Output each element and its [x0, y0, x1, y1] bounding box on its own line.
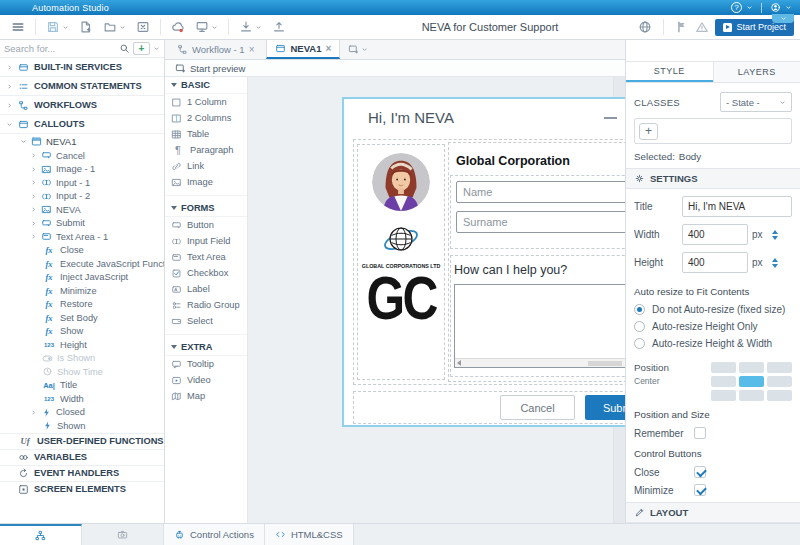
client-connection-button[interactable]	[190, 16, 223, 38]
layout-section-header[interactable]: LAYOUT	[626, 502, 800, 523]
help-textarea[interactable]	[454, 284, 642, 368]
import-button[interactable]	[234, 16, 267, 38]
menu-button[interactable]	[6, 16, 30, 38]
tree-item-close-function[interactable]: Close	[0, 244, 164, 258]
radio-no-autoresize[interactable]: Do not Auto-resize (fixed size)	[626, 301, 800, 318]
sidebar-section-event-handlers[interactable]: EVENT HANDLERS	[0, 465, 164, 481]
palette-item-image[interactable]: Image	[165, 174, 247, 190]
tree-item-is-shown-property[interactable]: Is Shown	[0, 352, 164, 366]
tree-item-width-property[interactable]: Width	[0, 392, 164, 406]
surname-input[interactable]	[456, 211, 642, 233]
close-tab-icon[interactable]	[249, 44, 255, 55]
tab-layers[interactable]: LAYERS	[713, 62, 800, 82]
save-button[interactable]	[41, 16, 74, 38]
remember-checkbox[interactable]	[694, 427, 706, 439]
settings-section-header[interactable]: SETTINGS	[626, 168, 800, 189]
cancel-button[interactable]: Cancel	[500, 395, 575, 420]
add-class-button[interactable]: +	[639, 123, 658, 140]
palette-item-label[interactable]: Label	[165, 281, 247, 297]
neva-avatar-image[interactable]	[372, 153, 430, 211]
sidebar-section-callouts[interactable]: CALLOUTS	[0, 115, 164, 134]
palette-item-1-column[interactable]: 1 Column	[165, 94, 247, 110]
tree-item-neva1[interactable]: NEVA1	[0, 134, 164, 149]
position-cell-top-left[interactable]	[711, 362, 736, 373]
tree-item-shown-event[interactable]: Shown	[0, 419, 164, 433]
minimize-checkbox[interactable]	[694, 484, 706, 496]
sidebar-section-common-statements[interactable]: COMMON STATEMENTS	[0, 77, 164, 96]
tree-item-height-property[interactable]: Height	[0, 338, 164, 352]
palette-item-video[interactable]: Video	[165, 372, 247, 388]
tree-item-cancel[interactable]: Cancel	[0, 149, 164, 163]
warnings-icon[interactable]	[695, 20, 709, 34]
sidebar-section-built-in-services[interactable]: BUILT-IN SERVICES	[0, 58, 164, 77]
palette-item-select[interactable]: Select	[165, 313, 247, 329]
sidebar-section-screen-elements[interactable]: SCREEN ELEMENTS	[0, 481, 164, 497]
tree-item-input-1[interactable]: Input - 1	[0, 176, 164, 190]
palette-item-2-columns[interactable]: 2 Columns	[165, 110, 247, 126]
position-cell-middle-right[interactable]	[767, 376, 792, 387]
position-cell-top-right[interactable]	[767, 362, 792, 373]
title-field-input[interactable]	[682, 196, 792, 217]
tree-item-execute-js-function[interactable]: Execute JavaScript Function	[0, 257, 164, 271]
chevron-down-icon[interactable]	[746, 4, 753, 11]
help-icon[interactable]	[731, 2, 742, 13]
tree-item-text-area-1[interactable]: Text Area - 1	[0, 230, 164, 244]
open-project-button[interactable]	[98, 16, 131, 38]
palette-item-tooltip[interactable]: Tooltip	[165, 356, 247, 372]
tree-item-title-property[interactable]: Title	[0, 379, 164, 393]
palette-item-button[interactable]: Button	[165, 217, 247, 233]
tree-item-submit[interactable]: Submit	[0, 217, 164, 231]
width-field-input[interactable]	[682, 224, 748, 245]
palette-section-extra[interactable]: EXTRA	[165, 339, 247, 356]
chevron-down-icon[interactable]	[153, 45, 160, 52]
palette-item-link[interactable]: Link	[165, 158, 247, 174]
width-stepper[interactable]	[770, 230, 780, 240]
image-column-region[interactable]: GLOBAL CORPORATIONS LTD GC	[357, 144, 445, 380]
design-canvas[interactable]: Hi, I'm NEVA	[248, 77, 625, 523]
neva-dialog-preview[interactable]: Hi, I'm NEVA	[342, 97, 664, 427]
position-cell-bottom-center[interactable]	[739, 390, 764, 401]
horizontal-scrollbar[interactable]	[455, 358, 631, 367]
height-field-input[interactable]	[682, 252, 748, 273]
tab-control-actions[interactable]: Control Actions	[164, 524, 265, 545]
radio-autoresize-height[interactable]: Auto-resize Height Only	[626, 318, 800, 335]
close-project-button[interactable]	[131, 16, 155, 38]
position-cell-middle-left[interactable]	[711, 376, 736, 387]
palette-item-input-field[interactable]: Input Field	[165, 233, 247, 249]
tree-item-show-time-property[interactable]: Show Time	[0, 365, 164, 379]
company-globe-logo[interactable]	[378, 219, 424, 263]
palette-item-radio-group[interactable]: Radio Group	[165, 297, 247, 313]
collapse-ribbon-handle[interactable]	[772, 14, 794, 23]
search-input[interactable]	[4, 43, 116, 54]
palette-item-checkbox[interactable]: Checkbox	[165, 265, 247, 281]
palette-item-map[interactable]: Map	[165, 388, 247, 404]
user-account-icon[interactable]	[770, 2, 781, 13]
palette-item-table[interactable]: Table	[165, 126, 247, 142]
palette-item-text-area[interactable]: Text Area	[165, 249, 247, 265]
tree-item-inject-js[interactable]: Inject JavaScript	[0, 271, 164, 285]
position-cell-center[interactable]	[739, 376, 764, 387]
tree-item-closed-event[interactable]: Closed	[0, 406, 164, 420]
tree-item-set-body-function[interactable]: Set Body	[0, 311, 164, 325]
position-cell-bottom-right[interactable]	[767, 390, 792, 401]
chevron-down-icon[interactable]	[785, 4, 792, 11]
palette-section-forms[interactable]: FORMS	[165, 200, 247, 217]
tree-item-input-2[interactable]: Input - 2	[0, 190, 164, 204]
export-button[interactable]	[267, 16, 291, 38]
sidebar-section-user-defined-functions[interactable]: USER-DEFINED FUNCTIONS	[0, 433, 164, 449]
tree-item-restore-function[interactable]: Restore	[0, 298, 164, 312]
add-item-button[interactable]	[133, 42, 150, 55]
close-checkbox[interactable]	[694, 466, 706, 478]
start-preview-button[interactable]: Start preview	[190, 63, 245, 74]
tree-item-show-function[interactable]: Show	[0, 325, 164, 339]
disconnect-server-button[interactable]	[166, 16, 190, 38]
radio-autoresize-both[interactable]: Auto-resize Height & Width	[626, 335, 800, 352]
sidebar-section-variables[interactable]: VARIABLES	[0, 449, 164, 465]
tree-item-minimize-function[interactable]: Minimize	[0, 284, 164, 298]
tree-item-neva-image[interactable]: NEVA	[0, 203, 164, 217]
flag-icon[interactable]	[675, 20, 689, 34]
tab-screenshots[interactable]	[82, 524, 164, 545]
new-project-button[interactable]	[74, 16, 98, 38]
palette-section-basic[interactable]: BASIC	[165, 77, 247, 94]
tab-neva1[interactable]: NEVA1	[266, 39, 340, 59]
